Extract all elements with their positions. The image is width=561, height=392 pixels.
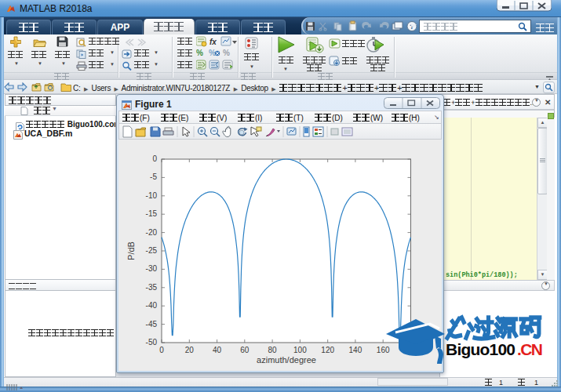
svg-text:-5: -5 [150,172,157,181]
svg-text:0: 0 [159,346,164,354]
svg-text:azimuth/degree: azimuth/degree [257,355,316,365]
svg-text:%: % [223,49,230,57]
svg-text:120: 120 [321,346,334,354]
svg-text:-10: -10 [146,191,158,200]
svg-text:fx: fx [209,38,217,46]
svg-text:%: % [209,49,216,57]
svg-text:.CN: .CN [517,340,543,358]
svg-text:-45: -45 [146,320,158,328]
svg-text:Biguo100: Biguo100 [446,340,515,358]
svg-text:20: 20 [185,346,195,354]
svg-text:-30: -30 [146,264,158,273]
svg-text:-40: -40 [146,301,158,310]
svg-text:140: 140 [349,346,362,354]
svg-text:P/dB: P/dB [126,241,136,260]
svg-text:80: 80 [268,346,278,354]
svg-text:0: 0 [152,154,157,163]
svg-text:100: 100 [293,346,307,354]
svg-text:-15: -15 [146,209,158,218]
svg-text:%: % [196,49,203,57]
svg-text:60: 60 [240,346,250,354]
svg-text:-35: -35 [146,283,158,292]
svg-text:-25: -25 [146,246,158,255]
svg-text:-50: -50 [146,338,158,347]
svg-text:40: 40 [213,346,222,354]
svg-text:-20: -20 [146,228,158,237]
